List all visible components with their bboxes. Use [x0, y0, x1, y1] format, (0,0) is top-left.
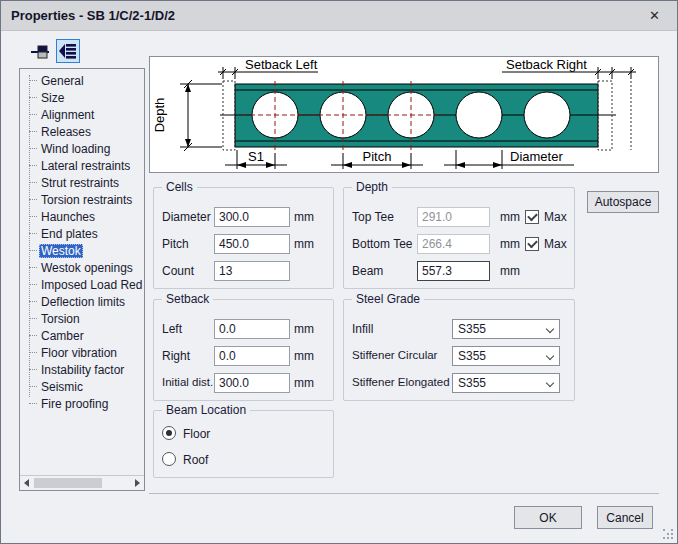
setback-left-input[interactable] [214, 319, 290, 339]
bottom-tee-max-checkbox[interactable] [525, 237, 539, 251]
sidebar-item-torsion-restraints[interactable]: Torsion restraints [20, 191, 144, 208]
properties-dialog: Properties - SB 1/C/2-1/D/2 ✕ General Si… [0, 0, 678, 544]
beam-location-group: Beam Location Floor Roof [153, 410, 334, 478]
resize-grip[interactable] [663, 529, 673, 539]
bottom-tee-input [417, 234, 490, 254]
diameter-label: Diameter [162, 210, 211, 224]
chevron-down-icon [546, 352, 554, 360]
sidebar-item-wind-loading[interactable]: Wind loading [20, 140, 144, 157]
westok-beam-diagram: Depth Setback Left Setback Right S1 [149, 56, 659, 173]
setback-left-unit: mm [294, 322, 314, 336]
footer-separator [149, 493, 659, 494]
pitch-input[interactable] [214, 234, 290, 254]
top-tee-max-label: Max [544, 210, 567, 224]
ok-button-label: OK [539, 511, 556, 525]
diameter-input[interactable] [214, 207, 290, 227]
sidebar-item-alignment[interactable]: Alignment [20, 106, 144, 123]
scrollbar-thumb[interactable] [34, 478, 102, 488]
setback-left-label: Setback Left [245, 57, 318, 72]
sidebar-item-torsion[interactable]: Torsion [20, 310, 144, 327]
sidebar-item-general[interactable]: General [20, 72, 144, 89]
list-view-glyph [59, 42, 77, 60]
sidebar-item-westok[interactable]: Westok [20, 242, 144, 259]
sidebar-item-releases[interactable]: Releases [20, 123, 144, 140]
setback-right-input[interactable] [214, 346, 290, 366]
sidebar-item-camber[interactable]: Camber [20, 327, 144, 344]
close-icon[interactable]: ✕ [649, 8, 660, 23]
count-input[interactable] [214, 261, 290, 281]
initial-dist-label: Initial dist. [162, 376, 213, 388]
setback-group: Setback Left mm Right mm Initial dist. m… [153, 299, 334, 401]
chevron-down-icon [546, 379, 554, 387]
title-bar: Properties - SB 1/C/2-1/D/2 ✕ [1, 1, 677, 31]
list-view-icon[interactable] [56, 39, 80, 63]
infill-select[interactable]: S355 [452, 319, 560, 339]
beam-diagram-svg: Depth Setback Left Setback Right S1 [150, 57, 658, 172]
steel-grade-group-title: Steel Grade [352, 292, 424, 306]
chevron-down-icon [546, 325, 554, 333]
top-tee-input [417, 207, 490, 227]
scroll-right-icon[interactable] [135, 479, 140, 487]
autospace-button-label: Autospace [595, 195, 652, 209]
pitch-dim-label: Pitch [363, 149, 392, 164]
diameter-unit: mm [294, 210, 314, 224]
properties-nav-list: General Size Alignment Releases Wind loa… [19, 68, 145, 491]
beam-depth-unit: mm [500, 264, 520, 278]
sidebar-item-instability-factor[interactable]: Instability factor [20, 361, 144, 378]
stiffener-circular-label: Stiffener Circular [352, 349, 437, 361]
top-tee-unit: mm [500, 210, 520, 224]
ok-button[interactable]: OK [514, 506, 582, 529]
top-tee-max-checkbox[interactable] [525, 210, 539, 224]
floor-radio-label: Floor [183, 427, 210, 441]
sidebar-item-floor-vibration[interactable]: Floor vibration [20, 344, 144, 361]
s1-dim-label: S1 [248, 149, 264, 164]
diameter-dim-label: Diameter [510, 149, 563, 164]
stiffener-circular-select-value: S355 [458, 349, 486, 363]
count-label: Count [162, 264, 194, 278]
setback-left-field-label: Left [162, 322, 182, 336]
sidebar-item-size[interactable]: Size [20, 89, 144, 106]
setback-group-title: Setback [162, 292, 213, 306]
stiffener-elongated-select-value: S355 [458, 376, 486, 390]
setback-right-unit: mm [294, 349, 314, 363]
stiffener-elongated-label: Stiffener Elongated [352, 376, 450, 388]
beam-depth-input[interactable] [417, 261, 490, 281]
cancel-button[interactable]: Cancel [597, 506, 653, 529]
sidebar-item-haunches[interactable]: Haunches [20, 208, 144, 225]
pitch-label: Pitch [162, 237, 189, 251]
sidebar-item-end-plates[interactable]: End plates [20, 225, 144, 242]
sidebar-scrollbar[interactable] [20, 475, 144, 490]
dialog-title: Properties - SB 1/C/2-1/D/2 [11, 8, 175, 23]
top-tee-label: Top Tee [352, 210, 394, 224]
sidebar-item-deflection-limits[interactable]: Deflection limits [20, 293, 144, 310]
scroll-left-icon[interactable] [24, 479, 29, 487]
cells-group-title: Cells [162, 180, 197, 194]
sidebar-item-lateral-restraints[interactable]: Lateral restraints [20, 157, 144, 174]
cells-group: Cells Diameter mm Pitch mm Count [153, 187, 334, 289]
beam-location-group-title: Beam Location [162, 403, 250, 417]
sidebar-item-fire-proofing[interactable]: Fire proofing [20, 395, 144, 412]
sidebar-item-westok-openings[interactable]: Westok openings [20, 259, 144, 276]
dialog-view-glyph [31, 43, 51, 61]
setback-right-label: Setback Right [506, 57, 587, 72]
pitch-unit: mm [294, 237, 314, 251]
depth-dim-label: Depth [152, 98, 167, 133]
sidebar-item-strut-restraints[interactable]: Strut restraints [20, 174, 144, 191]
stiffener-elongated-select[interactable]: S355 [452, 373, 560, 393]
roof-radio-label: Roof [183, 453, 208, 467]
autospace-button[interactable]: Autospace [587, 191, 659, 213]
dialog-view-icon[interactable] [29, 40, 53, 64]
initial-dist-input[interactable] [214, 373, 290, 393]
sidebar-item-seismic[interactable]: Seismic [20, 378, 144, 395]
floor-radio[interactable] [162, 426, 176, 440]
sidebar-item-imposed-load-red[interactable]: Imposed Load Red [20, 276, 144, 293]
cancel-button-label: Cancel [606, 511, 643, 525]
roof-radio[interactable] [162, 452, 176, 466]
infill-label: Infill [352, 322, 373, 336]
cell-opening [456, 92, 502, 138]
bottom-tee-unit: mm [500, 237, 520, 251]
stiffener-circular-select[interactable]: S355 [452, 346, 560, 366]
bottom-tee-max-label: Max [544, 237, 567, 251]
depth-group: Depth Top Tee mm Max Bottom Tee mm Max B… [343, 187, 575, 289]
steel-grade-group: Steel Grade Infill S355 Stiffener Circul… [343, 299, 575, 401]
